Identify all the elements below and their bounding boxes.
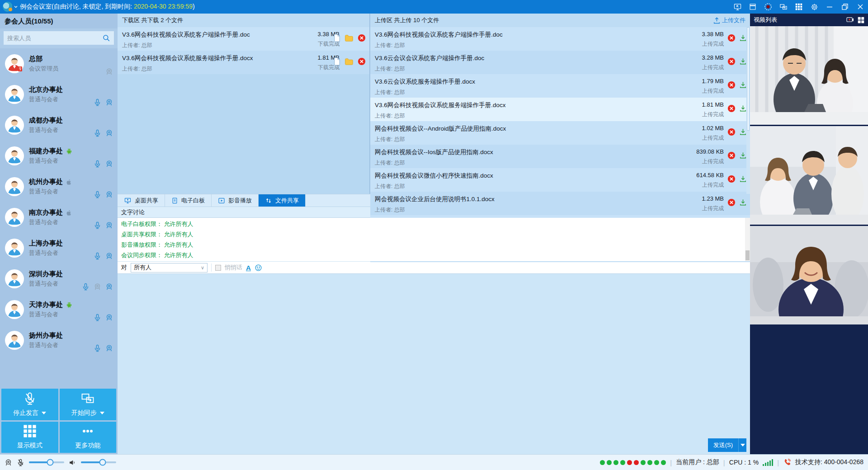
webcam-icon[interactable] — [105, 99, 113, 106]
maximize-restore-icon[interactable] — [837, 0, 853, 14]
upload-file-row[interactable]: V3.6网会科技视频会议系统服务端操作手册.docx 上传者: 总部 1.81 … — [370, 98, 750, 121]
mic-muted-button[interactable]: 停止发言 — [1, 389, 58, 420]
speaker-volume-slider[interactable] — [81, 461, 116, 463]
delete-icon[interactable] — [727, 57, 736, 66]
delete-icon[interactable] — [727, 104, 736, 113]
download-icon[interactable] — [740, 81, 746, 89]
recipient-select[interactable]: 所有人∨ — [131, 263, 208, 273]
video-thumbnail[interactable] — [750, 126, 868, 225]
download-icon[interactable] — [740, 152, 746, 159]
title-menu-chevron-icon[interactable] — [14, 5, 18, 9]
webcam-off-icon[interactable] — [105, 68, 113, 75]
window-mode-icon[interactable] — [745, 0, 760, 14]
upload-file-row[interactable]: V3.6云会议会议系统客户端操作手册.doc 上传者: 总部 3.28 MB 上… — [370, 51, 750, 74]
send-button[interactable]: 发送(S) — [708, 438, 738, 452]
download-icon[interactable] — [740, 34, 746, 42]
chat-scrollbar[interactable] — [745, 218, 750, 261]
webcam-icon[interactable] — [105, 160, 113, 168]
delete-icon[interactable] — [727, 34, 736, 42]
download-icon[interactable] — [740, 105, 746, 112]
tab-media-play[interactable]: 影音播放 — [212, 194, 259, 207]
delete-icon[interactable] — [358, 34, 366, 42]
delete-icon[interactable] — [727, 151, 736, 160]
participant-row[interactable]: 成都办事处 普通与会者 — [0, 110, 118, 141]
upload-file-row[interactable]: V3.6网会科技视频会议系统客户端操作手册.doc 上传者: 总部 3.38 M… — [370, 27, 750, 51]
mic-muted-status-icon[interactable] — [17, 459, 24, 466]
webcam-off-icon[interactable] — [94, 283, 101, 291]
participant-row[interactable]: 上海办事处 普通与会者 — [0, 233, 118, 263]
download-icon[interactable] — [740, 58, 746, 65]
tab-file-share[interactable]: 文件共享 — [259, 194, 306, 207]
mic-icon[interactable] — [94, 99, 101, 106]
minimize-icon[interactable] — [822, 0, 837, 14]
open-folder-icon[interactable] — [344, 34, 354, 42]
upload-file-row[interactable]: V3.6云会议系统服务端操作手册.docx 上传者: 总部 1.79 MB 上传… — [370, 74, 750, 98]
chevron-down-icon[interactable] — [100, 412, 104, 414]
settings-icon[interactable] — [807, 0, 822, 14]
webcam-icon[interactable] — [105, 283, 113, 291]
video-thumbnail[interactable] — [750, 226, 868, 324]
participant-row[interactable]: 天津办事处 普通与会者 — [0, 294, 118, 325]
close-icon[interactable] — [853, 0, 868, 14]
delete-icon[interactable] — [727, 198, 736, 207]
emoji-icon[interactable] — [255, 264, 262, 272]
upload-file-row[interactable]: 网会科技视频会议--Android版产品使用指南.docx 上传者: 总部 1.… — [370, 121, 750, 145]
upload-file-row[interactable]: 网会科技视频会议--Ios版产品使用指南.docx 上传者: 总部 839.08… — [370, 145, 750, 168]
mic-icon[interactable] — [94, 344, 101, 352]
mic-icon[interactable] — [94, 191, 101, 198]
layout-grid-icon[interactable] — [858, 17, 864, 24]
record-icon[interactable] — [760, 0, 776, 14]
participant-row[interactable]: 南京办事处 普通与会者 — [0, 202, 118, 233]
sync-screens-icon[interactable] — [776, 0, 791, 14]
download-icon[interactable] — [740, 128, 746, 136]
speaker-icon[interactable] — [69, 459, 76, 466]
upload-scrollbar[interactable] — [746, 27, 750, 194]
upload-file-row[interactable]: 网会科技视频会议微信小程序快速指南.docx 上传者: 总部 614.58 KB… — [370, 168, 750, 192]
search-icon[interactable] — [102, 34, 110, 42]
screen-share-icon[interactable] — [730, 0, 745, 14]
mic-volume-slider[interactable] — [29, 461, 64, 463]
webcam-icon[interactable] — [105, 129, 113, 137]
app-logo-icon[interactable] — [3, 2, 13, 12]
webcam-icon[interactable] — [105, 252, 113, 260]
open-file-icon[interactable] — [334, 57, 340, 66]
download-icon[interactable] — [740, 175, 746, 183]
mic-icon[interactable] — [94, 221, 101, 229]
tab-whiteboard[interactable]: 电子白板 — [165, 194, 212, 207]
mic-icon[interactable] — [82, 283, 90, 291]
grid-big-button[interactable]: 显示模式 — [1, 422, 58, 453]
delete-icon[interactable] — [727, 81, 736, 89]
download-file-row[interactable]: V3.6网会科技视频会议系统客户端操作手册.doc 上传者: 总部 3.38 M… — [118, 27, 369, 51]
sync-screens-big-button[interactable]: 开始同步 — [60, 389, 117, 420]
download-file-row[interactable]: V3.6网会科技视频会议系统服务端操作手册.docx 上传者: 总部 1.81 … — [118, 51, 369, 74]
webcam-icon[interactable] — [105, 221, 113, 229]
mic-icon[interactable] — [94, 160, 101, 168]
upload-file-button[interactable]: 上传文件 — [713, 16, 745, 24]
participant-row[interactable]: 北京办事处 普通与会者 — [0, 79, 118, 110]
mic-icon[interactable] — [94, 252, 101, 260]
participant-row[interactable]: 杭州办事处 普通与会者 — [0, 171, 118, 202]
tab-desktop-share[interactable]: 桌面共享 — [118, 194, 165, 207]
send-options-arrow[interactable] — [738, 438, 746, 452]
delete-icon[interactable] — [727, 128, 736, 136]
mic-icon[interactable] — [94, 129, 101, 137]
chevron-down-icon[interactable] — [42, 412, 46, 414]
webcam-icon[interactable] — [105, 191, 113, 198]
download-icon[interactable] — [740, 199, 746, 206]
more-dots-button[interactable]: 更多功能 — [60, 422, 117, 453]
webcam-icon[interactable] — [105, 314, 113, 321]
delete-icon[interactable] — [727, 175, 736, 183]
participant-row[interactable]: 福建办事处 普通与会者 — [0, 141, 118, 171]
upload-file-row[interactable]: 网会视频会议企业后台使用说明书1.0.1.docx 上传者: 总部 1.23 M… — [370, 192, 750, 215]
open-folder-icon[interactable] — [344, 58, 354, 66]
participant-row[interactable]: 总部 会议管理员 — [0, 48, 118, 79]
whisper-checkbox[interactable] — [215, 265, 221, 271]
participant-row[interactable]: 深圳办事处 普通与会者 — [0, 263, 118, 294]
open-file-icon[interactable] — [334, 34, 340, 42]
video-thumbnail[interactable] — [750, 26, 868, 125]
webcam-icon[interactable] — [105, 344, 113, 352]
participant-row[interactable]: 扬州办事处 普通与会者 — [0, 325, 118, 356]
webcam-status-icon[interactable] — [5, 459, 12, 466]
search-input[interactable] — [7, 35, 102, 42]
delete-icon[interactable] — [358, 57, 366, 66]
